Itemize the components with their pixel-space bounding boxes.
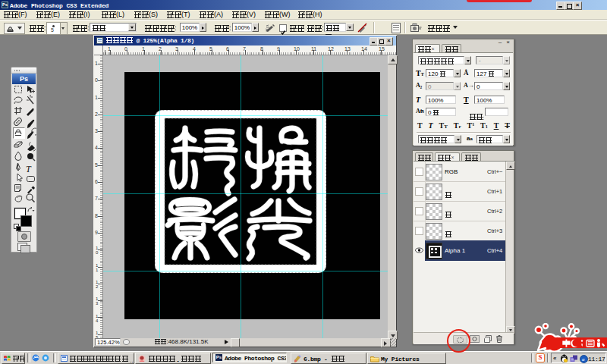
svg-text:T: T — [26, 164, 32, 174]
svg-text:a: a — [582, 356, 585, 362]
